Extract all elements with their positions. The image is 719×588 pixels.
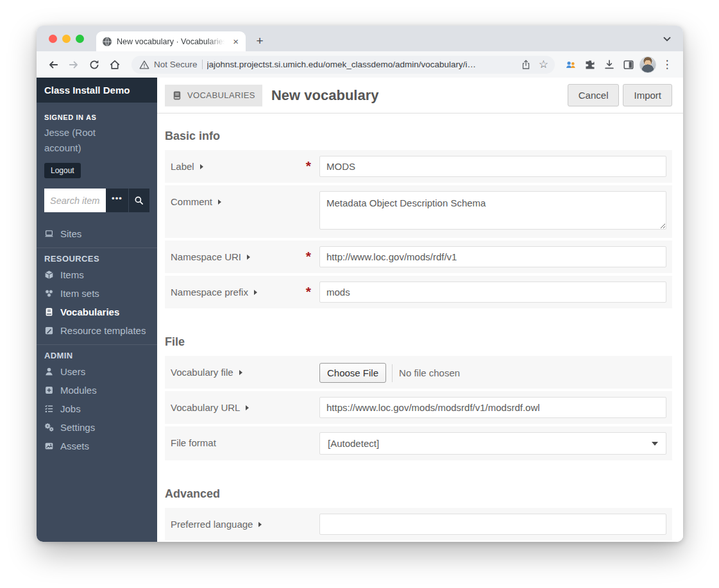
site-title[interactable]: Class Install Demo (37, 78, 157, 103)
section-heading-file: File (165, 335, 672, 349)
sidebar-item-jobs[interactable]: Jobs (37, 399, 157, 418)
page-title: New vocabulary (271, 87, 564, 104)
zoom-window-button[interactable] (76, 35, 84, 43)
minimize-window-button[interactable] (62, 35, 71, 43)
field-row-label: Label * (165, 150, 672, 183)
sidebar-nav: Sites RESOURCES Items Item sets Vocabula… (37, 224, 157, 455)
vocabularies-breadcrumb-badge[interactable]: VOCABULARIES (165, 85, 262, 106)
expand-arrow-icon[interactable] (200, 164, 203, 169)
file-status-text: No file chosen (399, 367, 460, 378)
sidebar-item-item-sets[interactable]: Item sets (37, 284, 157, 303)
browser-tab[interactable]: New vocabulary · Vocabularies × (96, 31, 246, 51)
field-label: Namespace prefix (171, 287, 248, 298)
url-text: jajohnst.projectst.si.umich.edu/omek_cla… (207, 60, 512, 69)
tab-search-chevron-icon[interactable] (661, 33, 673, 45)
new-tab-button[interactable]: + (251, 32, 269, 50)
sidebar-item-vocabularies[interactable]: Vocabularies (37, 303, 157, 321)
tasks-icon (44, 404, 54, 414)
namespace-prefix-input[interactable] (319, 281, 666, 303)
sidebar-item-label: Resource templates (60, 325, 146, 336)
sidebar-item-modules[interactable]: Modules (37, 381, 157, 399)
not-secure-warning-icon (139, 60, 149, 70)
resource-template-pen-icon (44, 326, 54, 335)
namespace-uri-input[interactable] (319, 246, 666, 267)
browser-window: New vocabulary · Vocabularies × + Not (37, 26, 683, 542)
forward-button[interactable] (65, 56, 83, 74)
field-label: Vocabulary URL (171, 402, 240, 413)
browser-menu-icon[interactable]: ⋮ (659, 56, 675, 73)
section-heading-basic-info: Basic info (165, 130, 672, 143)
field-row-comment: Comment Metadata Object Description Sche… (165, 185, 672, 238)
page-header: VOCABULARIES New vocabulary Cancel Impor… (157, 78, 683, 113)
badge-label: VOCABULARIES (187, 90, 255, 100)
expand-arrow-icon[interactable] (254, 290, 257, 295)
cancel-button[interactable]: Cancel (568, 84, 620, 106)
signed-in-as-label: SIGNED IN AS (44, 113, 149, 121)
book-icon (44, 307, 54, 317)
select-caret-icon (652, 442, 658, 446)
sidebar-item-resource-templates[interactable]: Resource templates (37, 321, 157, 340)
image-icon (44, 441, 54, 451)
import-button[interactable]: Import (623, 84, 672, 106)
required-marker: * (306, 249, 311, 264)
tab-close-icon[interactable]: × (232, 37, 240, 46)
downloads-icon[interactable] (601, 56, 618, 73)
required-marker: * (306, 284, 311, 299)
home-button[interactable] (106, 56, 124, 74)
expand-arrow-icon[interactable] (246, 405, 249, 410)
book-icon (172, 90, 182, 101)
field-label: Namespace URI (171, 251, 241, 262)
sidebar-item-label: Assets (60, 441, 89, 451)
sidebar-item-label: Sites (60, 228, 81, 239)
browser-toolbar: Not Secure jajohnst.projectst.si.umich.e… (37, 51, 683, 78)
expand-arrow-icon[interactable] (239, 370, 242, 375)
security-label: Not Secure (154, 60, 198, 69)
field-label: Label (171, 161, 194, 172)
share-icon[interactable] (521, 60, 531, 70)
field-label: Preferred language (171, 519, 253, 530)
address-bar[interactable]: Not Secure jajohnst.projectst.si.umich.e… (131, 56, 555, 74)
file-divider (392, 364, 393, 382)
logout-button[interactable]: Logout (44, 163, 81, 178)
search-input[interactable] (44, 189, 106, 212)
sidebar-item-users[interactable]: Users (37, 362, 157, 381)
extensions-puzzle-icon[interactable] (582, 56, 598, 73)
file-format-select[interactable]: [Autodetect] (319, 432, 666, 455)
sidebar-item-label: Settings (60, 422, 95, 433)
back-button[interactable] (44, 56, 62, 74)
sidebar-item-label: Item sets (60, 288, 99, 299)
omnibox-divider (202, 60, 203, 69)
current-user-link[interactable]: Jesse (Root account) (44, 125, 108, 156)
sidebar-item-items[interactable]: Items (37, 265, 157, 284)
preferred-language-input[interactable] (319, 514, 666, 535)
tab-strip: New vocabulary · Vocabularies × + (37, 26, 683, 51)
item-sets-icon (44, 289, 54, 298)
expand-arrow-icon[interactable] (258, 522, 262, 527)
field-row-namespace-uri: Namespace URI * (165, 240, 672, 273)
comment-textarea[interactable]: Metadata Object Description Schema (319, 191, 666, 230)
sidebar-item-sites[interactable]: Sites (37, 224, 157, 243)
sidebar-item-label: Users (60, 366, 85, 377)
vocabulary-url-input[interactable] (319, 397, 666, 418)
field-row-vocabulary-file: Vocabulary file Choose File No file chos… (165, 356, 672, 389)
people-extension-icon[interactable] (563, 56, 579, 73)
reload-button[interactable] (85, 56, 103, 74)
field-label: Vocabulary file (171, 367, 233, 378)
field-row-namespace-prefix: Namespace prefix * (165, 276, 672, 308)
sidebar-item-label: Items (60, 269, 84, 280)
side-panel-icon[interactable] (620, 56, 637, 73)
expand-arrow-icon[interactable] (247, 255, 250, 260)
field-label: Comment (171, 196, 212, 207)
expand-arrow-icon[interactable] (218, 199, 221, 205)
sidebar-item-assets[interactable]: Assets (37, 437, 157, 455)
sidebar-item-settings[interactable]: Settings (37, 418, 157, 437)
advanced-search-button[interactable]: ••• (106, 189, 128, 212)
admin-heading: ADMIN (37, 345, 157, 362)
profile-avatar[interactable] (639, 56, 656, 73)
label-input[interactable] (319, 156, 666, 177)
close-window-button[interactable] (49, 35, 57, 43)
choose-file-button[interactable]: Choose File (319, 363, 386, 383)
bookmark-star-icon[interactable]: ☆ (539, 59, 548, 70)
sidebar-item-label: Vocabularies (60, 307, 119, 317)
search-submit-button[interactable] (128, 189, 149, 212)
